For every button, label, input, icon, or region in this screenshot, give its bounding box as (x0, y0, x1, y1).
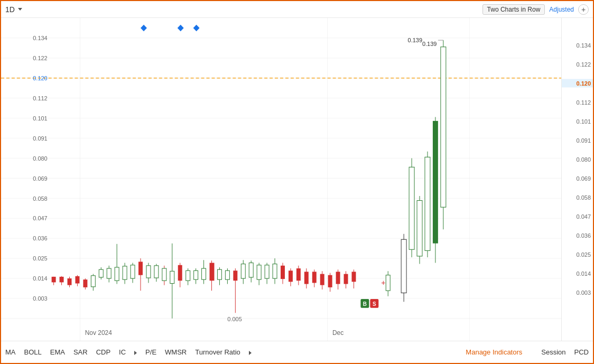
svg-text:0.101: 0.101 (33, 115, 47, 122)
indicator-ema[interactable]: EMA (50, 348, 65, 356)
svg-text:0.080: 0.080 (33, 155, 47, 161)
svg-rect-128 (409, 167, 414, 249)
svg-rect-41 (52, 277, 56, 283)
svg-rect-65 (146, 266, 151, 278)
svg-text:0.091: 0.091 (576, 137, 591, 144)
timeframe-label: 1D (5, 5, 15, 14)
svg-text:0.047: 0.047 (33, 215, 47, 221)
svg-rect-126 (401, 239, 406, 293)
svg-text:0.069: 0.069 (33, 175, 47, 181)
svg-rect-99 (281, 266, 285, 279)
svg-rect-55 (107, 268, 111, 278)
timeframe-chevron-icon (18, 8, 22, 11)
indicator-more-left[interactable] (134, 348, 137, 356)
svg-rect-47 (75, 276, 79, 284)
svg-text:0.139: 0.139 (422, 40, 437, 46)
svg-marker-34 (178, 25, 184, 32)
svg-text:0.036: 0.036 (576, 232, 591, 239)
indicator-ic[interactable]: IC (119, 348, 126, 356)
svg-rect-79 (202, 268, 206, 279)
svg-text:+: + (381, 278, 385, 286)
svg-rect-71 (170, 271, 174, 283)
svg-rect-103 (296, 268, 301, 281)
svg-rect-83 (217, 269, 221, 279)
indicator-turnover-ratio[interactable]: Turnover Ratio (195, 348, 240, 356)
svg-rect-107 (312, 272, 317, 283)
svg-rect-115 (344, 274, 348, 284)
svg-text:0.134: 0.134 (33, 35, 47, 41)
svg-rect-89 (241, 264, 245, 278)
svg-rect-95 (265, 265, 269, 278)
indicator-pe[interactable]: P/E (145, 348, 156, 356)
svg-rect-97 (273, 264, 277, 278)
add-chart-button[interactable]: + (578, 4, 589, 15)
svg-rect-53 (99, 269, 103, 277)
svg-rect-111 (328, 275, 332, 287)
svg-rect-85 (225, 270, 229, 279)
svg-text:0.112: 0.112 (576, 99, 591, 106)
svg-rect-59 (123, 266, 127, 279)
indicator-boll[interactable]: BOLL (24, 348, 42, 356)
y-axis-right: 0.134 0.122 0.120 0.112 0.101 0.091 0.08… (561, 18, 593, 341)
svg-rect-130 (417, 201, 422, 256)
svg-rect-117 (351, 272, 356, 282)
indicator-cdp[interactable]: CDP (96, 348, 110, 356)
svg-rect-43 (60, 277, 64, 283)
two-charts-button[interactable]: Two Charts in Row (482, 4, 545, 15)
chart-container: 1D Two Charts in Row Adjusted + (0, 0, 594, 364)
header-right: Two Charts in Row Adjusted + (482, 4, 589, 15)
svg-rect-134 (433, 121, 438, 244)
chevron-right-icon-2 (249, 351, 252, 355)
pcd-button[interactable]: PCD (574, 348, 589, 356)
svg-text:0.003: 0.003 (576, 290, 591, 296)
chart-main: 0.134 0.122 0.120 0.112 0.101 0.091 0.08… (1, 18, 593, 341)
svg-rect-69 (162, 268, 166, 281)
svg-text:B: B (363, 301, 367, 306)
svg-rect-136 (441, 47, 446, 207)
svg-text:0.134: 0.134 (576, 42, 591, 49)
svg-rect-113 (336, 272, 340, 284)
adjusted-button[interactable]: Adjusted (549, 6, 574, 13)
svg-text:0.069: 0.069 (576, 175, 591, 182)
svg-rect-45 (68, 278, 72, 285)
svg-rect-77 (194, 270, 198, 279)
svg-text:0.047: 0.047 (576, 213, 591, 220)
svg-text:0.091: 0.091 (33, 135, 47, 141)
svg-text:Dec: Dec (332, 329, 344, 337)
svg-rect-87 (233, 270, 237, 281)
svg-rect-73 (178, 265, 182, 281)
timeframe-selector[interactable]: 1D (5, 5, 22, 14)
svg-text:0.036: 0.036 (33, 235, 47, 241)
svg-text:0.025: 0.025 (33, 255, 47, 262)
svg-text:S: S (373, 301, 376, 306)
svg-rect-61 (131, 265, 135, 278)
svg-text:0.005: 0.005 (227, 316, 242, 322)
svg-text:0.014: 0.014 (33, 275, 47, 282)
svg-text:0.122: 0.122 (576, 61, 591, 68)
indicator-sar[interactable]: SAR (73, 348, 88, 356)
svg-text:0.014: 0.014 (576, 270, 591, 277)
chart-svg: 0.134 0.122 0.120 0.112 0.101 0.091 0.08… (1, 18, 561, 341)
svg-text:0.080: 0.080 (576, 156, 591, 163)
manage-indicators-button[interactable]: Manage Indicators (466, 348, 522, 356)
chart-header: 1D Two Charts in Row Adjusted + (1, 1, 593, 18)
svg-rect-75 (186, 270, 190, 281)
session-button[interactable]: Session (541, 348, 565, 356)
svg-text:0.058: 0.058 (33, 195, 47, 201)
svg-rect-105 (304, 272, 309, 284)
svg-rect-63 (138, 262, 143, 275)
svg-rect-93 (257, 265, 261, 279)
svg-rect-132 (425, 157, 430, 250)
svg-rect-124 (386, 275, 390, 291)
indicator-more-right[interactable] (249, 348, 252, 356)
indicator-wmsr[interactable]: WMSR (165, 348, 187, 356)
svg-rect-57 (115, 267, 119, 281)
svg-rect-109 (320, 274, 324, 285)
svg-rect-81 (210, 263, 215, 281)
svg-text:0.120: 0.120 (576, 80, 591, 87)
indicator-bar: MA BOLL EMA SAR CDP IC P/E WMSR Turnover… (1, 341, 593, 363)
svg-marker-33 (141, 25, 147, 32)
svg-rect-91 (249, 263, 253, 277)
indicator-ma[interactable]: MA (5, 348, 16, 356)
svg-text:0.003: 0.003 (33, 295, 47, 302)
